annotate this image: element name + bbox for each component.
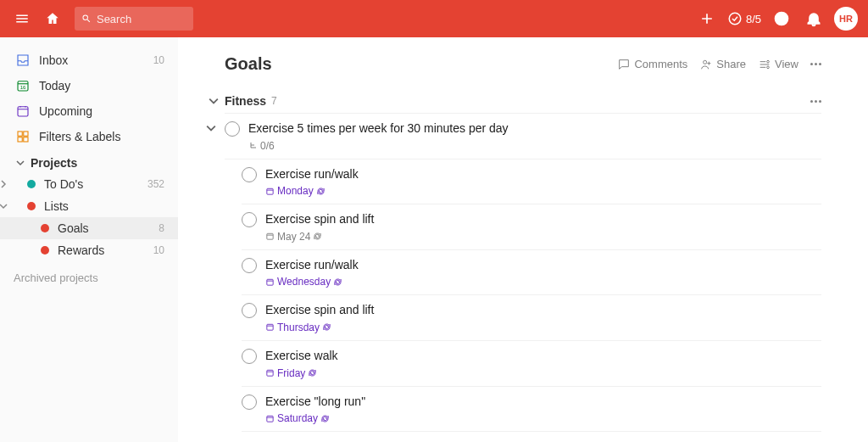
task-checkbox[interactable] [242, 258, 257, 273]
svg-point-2 [782, 21, 782, 22]
comments-button[interactable]: Comments [617, 58, 687, 71]
notification-icon[interactable] [802, 7, 826, 31]
karma-count: 8/5 [746, 13, 761, 25]
filters-icon [14, 129, 32, 144]
subtask-count: 0/6 [248, 140, 821, 152]
sidebar-project-todos[interactable]: To Do's 352 [0, 173, 178, 195]
svg-rect-6 [18, 131, 22, 136]
sidebar-project-goals[interactable]: Goals 8 [0, 217, 178, 239]
project-count: 352 [147, 178, 164, 190]
project-label: Goals [58, 221, 89, 235]
svg-point-0 [729, 13, 741, 25]
main-content: Goals Comments Share View [178, 37, 868, 442]
view-button[interactable]: View [758, 58, 798, 71]
svg-rect-14 [267, 234, 273, 240]
recurring-icon [333, 277, 342, 287]
project-count: 10 [153, 244, 164, 256]
sidebar: Inbox 10 16 Today Upcoming Filters & Lab… [0, 37, 178, 442]
inbox-icon [14, 53, 32, 68]
task-row[interactable]: Exercise run/walk Wednesday [242, 250, 821, 296]
chevron-down-icon [14, 156, 27, 170]
sidebar-item-inbox[interactable]: Inbox 10 [0, 48, 178, 73]
chevron-down-icon[interactable] [206, 96, 221, 106]
project-color-dot [41, 246, 49, 255]
svg-rect-17 [267, 370, 273, 376]
add-task-button[interactable]: + Add task [225, 432, 821, 442]
task-title: Exercise spin and lift [265, 302, 821, 319]
sidebar-item-today[interactable]: 16 Today [0, 73, 178, 98]
page-header: Goals Comments Share View [225, 54, 821, 74]
sidebar-item-filters[interactable]: Filters & Labels [0, 124, 178, 149]
svg-point-12 [767, 66, 770, 69]
share-button[interactable]: Share [699, 58, 746, 71]
avatar[interactable]: HR [834, 7, 858, 31]
archived-projects[interactable]: Archived projects [0, 261, 178, 294]
svg-rect-18 [267, 416, 273, 422]
svg-point-11 [767, 60, 770, 63]
task-date: May 24 [265, 231, 322, 243]
home-icon[interactable] [41, 7, 64, 31]
recurring-icon [320, 414, 330, 423]
svg-rect-13 [267, 188, 273, 194]
task-checkbox[interactable] [242, 212, 257, 227]
chevron-right-icon[interactable] [0, 177, 13, 191]
project-color-dot [27, 180, 36, 188]
project-count: 8 [159, 222, 164, 234]
add-icon[interactable] [695, 7, 719, 31]
svg-text:16: 16 [20, 85, 26, 90]
nav-label: Today [39, 79, 70, 92]
chevron-down-icon[interactable] [0, 199, 13, 213]
project-label: Rewards [58, 243, 104, 257]
section-count: 7 [271, 95, 277, 107]
recurring-icon [308, 368, 317, 378]
task-checkbox[interactable] [242, 394, 257, 410]
task-checkbox[interactable] [225, 121, 240, 137]
project-label: To Do's [44, 177, 83, 191]
task-checkbox[interactable] [242, 303, 257, 318]
task-row[interactable]: Exercise spin and lift Thursday [242, 295, 821, 341]
task-row[interactable]: Exercise 5 times per week for 30 minutes… [225, 114, 821, 159]
task-date: Thursday [265, 322, 331, 333]
upcoming-icon [14, 104, 32, 119]
recurring-icon [322, 322, 331, 332]
section-fitness: Fitness 7 Exercise 5 times per week for … [225, 89, 821, 442]
sidebar-item-upcoming[interactable]: Upcoming [0, 98, 178, 124]
task-checkbox[interactable] [242, 349, 257, 364]
task-row[interactable]: Exercise walk Friday [242, 341, 821, 387]
project-color-dot [41, 224, 49, 232]
task-row[interactable]: Exercise run/walk Monday [242, 159, 821, 205]
chevron-down-icon[interactable] [206, 122, 216, 136]
section-title: Fitness [225, 94, 266, 108]
nav-label: Inbox [39, 53, 68, 67]
search-input[interactable] [97, 13, 186, 25]
topbar: 8/5 HR [0, 0, 868, 37]
svg-rect-8 [18, 137, 22, 142]
task-date: Friday [265, 367, 317, 379]
more-icon[interactable] [810, 100, 821, 103]
task-row[interactable]: Exercise "long run" Saturday [242, 387, 821, 433]
recurring-icon [313, 232, 322, 241]
svg-point-10 [704, 60, 707, 64]
task-checkbox[interactable] [242, 167, 257, 182]
karma-button[interactable]: 8/5 [727, 11, 761, 26]
projects-header[interactable]: Projects [0, 149, 178, 173]
svg-rect-7 [24, 131, 28, 136]
task-row[interactable]: Exercise spin and lift May 24 [242, 204, 821, 250]
task-title: Exercise walk [265, 348, 821, 365]
projects-label: Projects [31, 156, 77, 170]
help-icon[interactable] [770, 7, 793, 31]
task-date: Wednesday [265, 276, 342, 288]
project-color-dot [27, 202, 36, 210]
more-icon[interactable] [810, 63, 821, 65]
svg-rect-15 [267, 279, 273, 285]
svg-rect-16 [267, 325, 273, 331]
search-box[interactable] [75, 7, 193, 31]
recurring-icon [316, 187, 326, 196]
menu-icon[interactable] [10, 7, 34, 31]
sidebar-project-lists[interactable]: Lists [0, 195, 178, 217]
svg-rect-5 [18, 107, 28, 116]
task-title: Exercise spin and lift [265, 211, 821, 228]
svg-rect-9 [24, 137, 28, 142]
task-date: Monday [265, 185, 326, 197]
sidebar-project-rewards[interactable]: Rewards 10 [0, 239, 178, 261]
